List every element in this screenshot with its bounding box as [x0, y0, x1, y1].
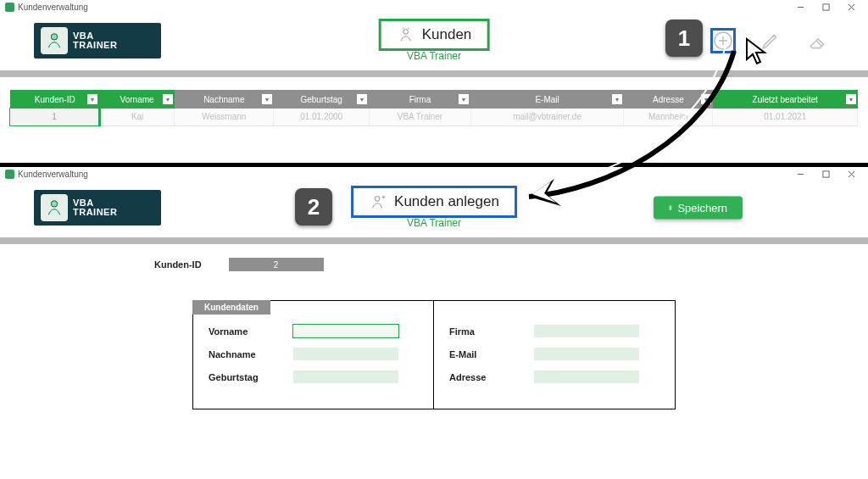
window-close-button[interactable] — [839, 168, 863, 180]
field-label: Firma — [449, 326, 514, 337]
form-row: Vorname — [209, 325, 418, 337]
field-label: Nachname — [209, 349, 273, 359]
form-row: Nachname — [209, 348, 418, 360]
field-label: Geburtstag — [209, 372, 273, 382]
svg-point-4 — [51, 33, 57, 39]
cell-id[interactable]: 1 — [10, 109, 99, 125]
window-close-button[interactable] — [839, 1, 863, 13]
cell-nachname[interactable]: Weissmann — [175, 109, 274, 125]
logo-text-line1: VBA — [73, 31, 117, 41]
bottom-pane-create-view: Kundenverwaltung VBA TRAINER Kunden anle… — [0, 167, 868, 479]
window-title: Kundenverwaltung — [18, 170, 88, 179]
vba-trainer-logo: VBA TRAINER — [34, 23, 161, 58]
field-input-e-mail[interactable] — [534, 348, 639, 360]
view-title-box: Kunden — [379, 19, 490, 51]
filter-dropdown-icon[interactable]: ▾ — [262, 94, 272, 104]
brand-subtitle: VBA Trainer — [407, 50, 461, 62]
svg-point-14 — [375, 197, 380, 202]
svg-point-13 — [51, 200, 57, 206]
customer-id-label: Kunden-ID — [154, 259, 202, 270]
form-row: Geburtstag — [209, 370, 418, 383]
tutorial-step-2-badge: 2 — [295, 188, 332, 226]
logo-mark-icon — [41, 27, 68, 54]
cell-vorname[interactable]: Kai — [99, 109, 174, 125]
svg-point-5 — [403, 30, 409, 34]
window-maximize-button[interactable] — [814, 168, 837, 180]
logo-text-line2: TRAINER — [73, 208, 117, 217]
brand-subtitle: VBA Trainer — [407, 217, 461, 229]
cell-geb[interactable]: 01.01.2000 — [274, 109, 370, 125]
field-label: E-Mail — [449, 349, 514, 359]
svg-rect-10 — [822, 170, 828, 176]
view-title: Kunden — [422, 26, 472, 43]
person-add-icon — [369, 192, 387, 211]
field-input-geburtstag[interactable] — [293, 370, 398, 383]
filter-dropdown-icon[interactable]: ▾ — [846, 94, 856, 104]
customer-id-row: Kunden-ID 2 — [154, 258, 868, 271]
window-minimize-button[interactable] — [788, 1, 812, 13]
cell-firma[interactable]: VBA Trainer — [369, 109, 470, 125]
filter-dropdown-icon[interactable]: ▾ — [163, 94, 173, 104]
form-row: Firma — [449, 325, 659, 337]
form-row: E-Mail — [449, 348, 659, 360]
filter-dropdown-icon[interactable]: ▾ — [459, 94, 469, 104]
column-header-vorname[interactable]: Vorname▾ — [99, 90, 174, 109]
filter-dropdown-icon[interactable]: ▾ — [87, 94, 97, 104]
logo-text-line1: VBA — [73, 198, 117, 208]
column-header-geb[interactable]: Geburtstag▾ — [274, 90, 370, 109]
field-input-adresse[interactable] — [534, 370, 639, 383]
column-header-id[interactable]: Kunden-ID▾ — [10, 90, 99, 109]
filter-dropdown-icon[interactable]: ▾ — [357, 94, 367, 104]
field-input-firma[interactable] — [534, 325, 639, 337]
panel-tab-label: Kundendaten — [192, 300, 270, 315]
excel-app-icon — [5, 170, 14, 179]
customer-data-panel: Kundendaten VornameNachnameGeburtstag Fi… — [192, 300, 676, 409]
svg-rect-1 — [822, 3, 828, 9]
customer-id-value: 2 — [229, 258, 324, 271]
window-titlebar: Kundenverwaltung — [0, 0, 868, 14]
delete-customer-button[interactable] — [805, 28, 831, 53]
field-input-vorname[interactable] — [293, 325, 398, 337]
separator-strip — [0, 237, 868, 244]
field-label: Adresse — [449, 372, 514, 382]
vba-trainer-logo: VBA TRAINER — [34, 190, 161, 226]
window-title: Kundenverwaltung — [18, 3, 88, 12]
logo-mark-icon — [41, 194, 68, 221]
field-label: Vorname — [209, 326, 273, 337]
cursor-pointer-icon — [744, 37, 768, 69]
tutorial-step-1-badge: 1 — [665, 19, 703, 57]
column-header-nachname[interactable]: Nachname▾ — [175, 90, 274, 109]
person-icon — [397, 25, 415, 44]
tutorial-arrow — [480, 46, 751, 207]
window-minimize-button[interactable] — [788, 168, 812, 180]
logo-text-line2: TRAINER — [73, 41, 117, 50]
excel-app-icon — [5, 3, 14, 12]
window-maximize-button[interactable] — [814, 1, 837, 13]
form-row: Adresse — [449, 370, 659, 383]
field-input-nachname[interactable] — [293, 348, 398, 360]
column-header-firma[interactable]: Firma▾ — [369, 90, 470, 109]
